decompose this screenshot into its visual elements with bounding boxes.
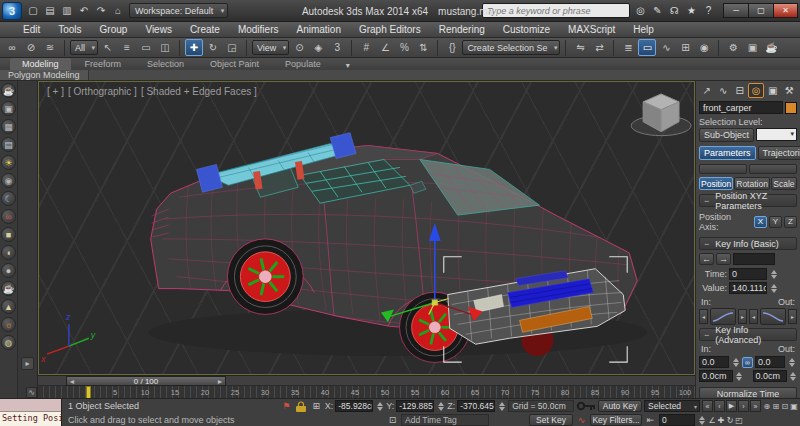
add-time-tag-field[interactable]: Add Time Tag xyxy=(401,414,489,426)
sun-icon[interactable]: ☼ xyxy=(1,317,16,332)
3dsmax-logo-icon[interactable]: 3 xyxy=(2,2,22,20)
y-spinner[interactable] xyxy=(436,400,445,412)
snaps-toggle[interactable]: # xyxy=(357,39,375,56)
curve-editor-button[interactable]: ∿ xyxy=(657,39,675,56)
time-slider-track[interactable]: ◄ 0 / 100 ► xyxy=(38,376,695,386)
time-spinner[interactable] xyxy=(769,268,778,280)
value-spinner[interactable] xyxy=(769,282,778,294)
pan-button[interactable]: ✚ xyxy=(717,414,725,426)
select-and-link-button[interactable]: ∞ xyxy=(3,39,21,56)
position-key-button[interactable]: Position xyxy=(699,177,733,190)
field-of-view-button[interactable]: ∠ xyxy=(708,414,716,426)
adv-out2-spinner[interactable] xyxy=(789,370,797,382)
sub-object-button[interactable]: Sub-Object xyxy=(699,128,754,142)
sign-in-button[interactable]: ✎ xyxy=(650,3,665,18)
isolate-selection-toggle[interactable]: ⚑ xyxy=(280,400,293,412)
redo-button[interactable]: ↷ xyxy=(93,3,109,19)
rendered-frame-window-button[interactable]: ▣ xyxy=(743,39,761,56)
polygon-modeling-panel[interactable]: Polygon Modeling xyxy=(0,70,89,80)
manage-layers-button[interactable]: ≣ xyxy=(619,39,637,56)
bind-to-space-warp-button[interactable]: ≋ xyxy=(41,39,59,56)
viewport-menu-shading[interactable]: [ Shaded + Edged Faces ] xyxy=(141,86,257,97)
maxscript-mini-listener[interactable]: Setting Posi xyxy=(0,399,62,426)
tab-modeling[interactable]: Modeling xyxy=(10,58,71,70)
reference-coordinate-dropdown[interactable]: View xyxy=(252,40,289,55)
keyboard-shortcut-override-toggle[interactable]: 3 xyxy=(328,39,346,56)
dome-icon[interactable]: ◖ xyxy=(1,245,16,260)
tab-freeform[interactable]: Freeform xyxy=(73,58,134,70)
value-field[interactable]: 140.111c xyxy=(729,282,767,294)
restore-button[interactable]: ▢ xyxy=(748,3,773,18)
go-to-end-button[interactable]: » xyxy=(750,400,761,412)
undo-button[interactable]: ↶ xyxy=(76,3,92,19)
camera-icon[interactable]: ◉ xyxy=(1,173,16,188)
object-color-swatch[interactable] xyxy=(785,102,797,114)
select-by-name-button[interactable]: ≡ xyxy=(118,39,136,56)
adv-in2-spinner[interactable] xyxy=(735,370,743,382)
light-bulb-icon[interactable]: ☀ xyxy=(1,155,16,170)
save-file-button[interactable]: ▥ xyxy=(59,3,75,19)
zoom-all-button[interactable]: ⊞ xyxy=(772,400,780,412)
schematic-view-button[interactable]: ⊞ xyxy=(676,39,694,56)
in-tangent-next-button[interactable]: ▸ xyxy=(738,309,747,324)
sub-object-dropdown[interactable] xyxy=(756,128,797,141)
selection-lock-toggle[interactable] xyxy=(295,400,308,412)
macro-recorder-pane[interactable] xyxy=(0,399,61,412)
tab-selection[interactable]: Selection xyxy=(135,58,196,70)
rotation-key-button[interactable]: Rotation xyxy=(734,177,770,190)
menu-tools[interactable]: Tools xyxy=(49,22,90,37)
rectangular-selection-region-button[interactable]: ▭ xyxy=(137,39,155,56)
y-coordinate-field[interactable]: -129.885c xyxy=(396,400,434,412)
time-field[interactable]: 0 xyxy=(729,268,767,280)
sphere-icon[interactable]: ● xyxy=(1,263,16,278)
open-file-button[interactable]: ▤ xyxy=(42,3,58,19)
previous-key-button[interactable]: ‹ xyxy=(714,400,725,412)
rollout-key-info-basic[interactable]: Key Info (Basic) xyxy=(699,237,797,250)
window-crossing-toggle[interactable]: ◫ xyxy=(156,39,174,56)
adv-out-field[interactable]: 0.0 xyxy=(755,356,785,368)
auto-key-button[interactable]: Auto Key xyxy=(598,400,642,412)
viewport-menu-general[interactable]: [ + ] xyxy=(47,86,64,97)
render-teapot-icon[interactable]: ☕ xyxy=(1,83,16,98)
object-name-field[interactable]: front_carper xyxy=(699,101,783,114)
out-tangent-prev-button[interactable]: ◂ xyxy=(749,309,758,324)
menu-edit[interactable]: Edit xyxy=(14,22,49,37)
adv-in2-field[interactable]: 0.0cm xyxy=(699,370,733,382)
next-key-nav-button[interactable]: → xyxy=(716,253,731,265)
set-key-button[interactable]: Set Key xyxy=(529,414,573,426)
tab-display[interactable]: ▣ xyxy=(765,83,780,98)
spreadsheet-icon[interactable]: ▤ xyxy=(1,137,16,152)
adv-out2-field[interactable]: 0.0cm xyxy=(753,370,787,382)
z-spinner[interactable] xyxy=(497,400,506,412)
selection-set-key-dropdown[interactable]: Selected xyxy=(644,400,700,412)
absolute-mode-toggle[interactable]: ⊞ xyxy=(310,400,323,412)
go-to-start-button[interactable]: « xyxy=(702,400,713,412)
menu-views[interactable]: Views xyxy=(136,22,181,37)
key-filters-button[interactable]: Key Filters... xyxy=(590,414,642,426)
adv-in-spinner[interactable] xyxy=(731,356,740,368)
moon-icon[interactable]: ☾ xyxy=(1,191,16,206)
viewport[interactable]: [ + ] [ Orthographic ] [ Shaded + Edged … xyxy=(38,81,695,375)
close-button[interactable]: ✕ xyxy=(773,3,798,18)
select-and-rotate-button[interactable]: ↻ xyxy=(204,39,222,56)
x-spinner[interactable] xyxy=(375,400,384,412)
edit-named-selection-sets-button[interactable]: {} xyxy=(443,39,461,56)
z-coordinate-field[interactable]: -370.645c xyxy=(457,400,495,412)
glasses-icon[interactable]: ∞ xyxy=(1,209,16,224)
axis-z-button[interactable]: Z xyxy=(784,216,797,228)
communication-center-button[interactable]: ☊ xyxy=(667,3,682,18)
zoom-extents-button[interactable]: ⊡ xyxy=(781,400,789,412)
menu-modifiers[interactable]: Modifiers xyxy=(229,22,288,37)
axis-x-button[interactable]: X xyxy=(754,216,767,228)
key-number-field[interactable] xyxy=(733,253,775,265)
box-icon[interactable]: ■ xyxy=(1,227,16,242)
select-object-button[interactable]: ↖ xyxy=(99,39,117,56)
material-editor-button[interactable]: ◉ xyxy=(695,39,713,56)
search-help-button[interactable]: ◎ xyxy=(633,3,648,18)
scale-key-button[interactable]: Scale xyxy=(771,177,797,190)
zoom-button[interactable]: ⊕ xyxy=(763,400,771,412)
set-keys-key-icon[interactable] xyxy=(576,399,596,421)
tab-modify[interactable]: ∿ xyxy=(715,83,730,98)
tab-populate[interactable]: Populate xyxy=(273,58,333,70)
maximize-viewport-toggle[interactable]: ◰ xyxy=(735,414,743,426)
